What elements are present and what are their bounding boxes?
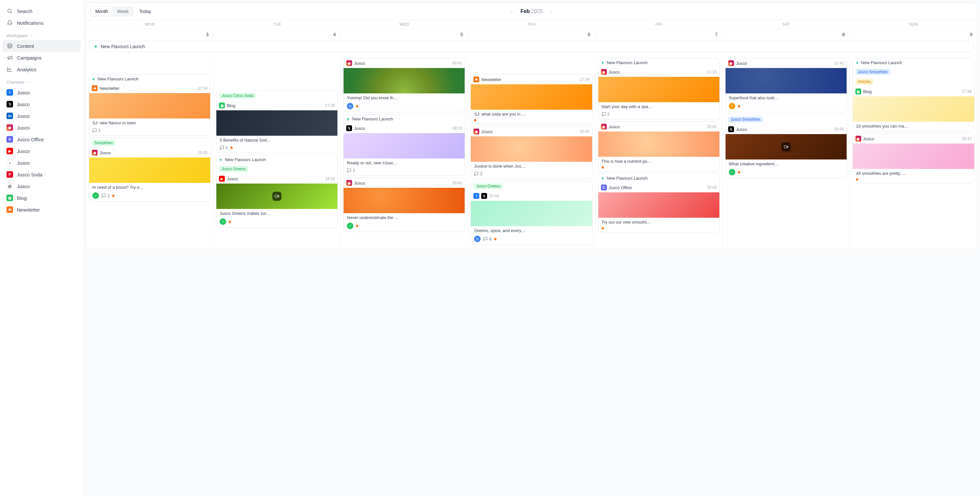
- channel-li[interactable]: in Jusco: [3, 110, 81, 122]
- status-dot: [356, 105, 358, 107]
- day-column-tue: Jusco Citrus Soda▤Blog17:345 Benefits of…: [213, 54, 340, 249]
- doc-icon: ▤: [6, 195, 13, 201]
- status-dot: [738, 105, 740, 107]
- post-card[interactable]: Jusco Greensf𝕏20:44Greens, spice, and ev…: [471, 181, 592, 245]
- post-card[interactable]: New Flavours LaunchGJusco Office20:43Try…: [598, 174, 720, 232]
- channel-tk[interactable]: ♪ Jusco: [3, 157, 81, 169]
- post-time: 12:42: [834, 61, 844, 65]
- channel-yt[interactable]: ▶ Jusco: [3, 145, 81, 157]
- post-card[interactable]: New Flavours Launch𝕏Jusco09:15Ready or n…: [343, 114, 465, 176]
- channel-doc[interactable]: ▤ Blog: [3, 192, 81, 204]
- today-button[interactable]: Today: [139, 9, 151, 14]
- post-card[interactable]: Jusco Citrus Soda▤Blog17:345 Benefits of…: [216, 91, 338, 153]
- post-time: 17:34: [325, 103, 335, 108]
- prev-month-icon[interactable]: ←: [510, 9, 515, 14]
- date-cell[interactable]: 6: [468, 29, 595, 39]
- nl-icon: ✉: [92, 85, 98, 91]
- th-icon: @: [6, 183, 13, 190]
- post-caption: This is how a nutrient po…: [598, 157, 719, 166]
- post-time: 20:42: [962, 136, 972, 141]
- campaign-banner[interactable]: New Flavours Launch: [89, 41, 974, 52]
- post-card[interactable]: ✉Newsletter17:34SJ: what soda are you in…: [471, 74, 592, 124]
- status-badge: ◷: [347, 103, 353, 109]
- post-caption: Start your day with a spa…: [598, 102, 719, 112]
- tag-pill: Jusco Citrus Soda: [219, 93, 256, 99]
- channel-fb[interactable]: f Jusco: [3, 86, 81, 98]
- comment-count: 1: [220, 145, 228, 150]
- post-time: 20:42: [707, 124, 717, 129]
- channel-th[interactable]: @ Jusco: [3, 180, 81, 192]
- post-card[interactable]: Smoothies◉Jusco20:41In need of a boost? …: [89, 138, 210, 202]
- view-segment: Month Week: [90, 6, 134, 17]
- post-thumbnail: [344, 68, 465, 93]
- workspace-section[interactable]: Workspace: [3, 29, 81, 40]
- status-dot: [856, 179, 858, 181]
- tag-pill: Jusco Greens: [219, 166, 248, 172]
- post-card[interactable]: ◉Jusco00:41Yummy! Did you know th…◷: [343, 58, 465, 112]
- post-card[interactable]: New Flavours Launch✉Newsletter17:34SJ: n…: [89, 74, 210, 136]
- date-cell[interactable]: 4: [213, 29, 340, 39]
- day-column-wed: ◉Jusco00:41Yummy! Did you know th…◷New F…: [340, 54, 468, 249]
- channel-g[interactable]: G Jusco Office: [3, 134, 81, 145]
- comment-count: 6: [483, 237, 491, 241]
- pin-icon: P: [6, 171, 13, 178]
- view-month[interactable]: Month: [91, 7, 113, 16]
- bolt-icon: [94, 44, 98, 49]
- notifications-item[interactable]: Notifications: [3, 17, 81, 29]
- x-icon: 𝕏: [728, 126, 734, 132]
- search-item[interactable]: Search: [3, 5, 81, 17]
- comment-count: 2: [102, 193, 110, 198]
- post-card[interactable]: ◉Jusco20:41Never underestimate the …✓: [343, 178, 465, 232]
- date-cell[interactable]: 9: [850, 29, 977, 39]
- post-caption: In need of a boost? Try o…: [89, 183, 210, 192]
- post-caption: Superfood that also look…: [725, 93, 846, 103]
- post-thumbnail: [471, 136, 592, 162]
- tag-pill: Jusco Greens: [473, 183, 503, 189]
- date-cell[interactable]: 7: [595, 29, 723, 39]
- month-nav: ← Feb 2025 →: [510, 8, 554, 14]
- comment-count: 2: [92, 128, 100, 133]
- post-card[interactable]: ◉Jusco20:42Justice is done when Jus… 2: [471, 126, 592, 179]
- channel-x[interactable]: 𝕏 Jusco: [3, 98, 81, 110]
- g-icon: G: [601, 185, 607, 190]
- post-card[interactable]: New Flavours LaunchJusco SmoothiesArticl…: [853, 58, 974, 131]
- status-badge: ✓: [347, 223, 353, 229]
- date-cell[interactable]: 8: [723, 29, 850, 39]
- chevron-up-icon: [26, 80, 30, 84]
- fb-icon: f: [473, 193, 479, 199]
- nav-content[interactable]: Content: [3, 40, 81, 52]
- nav-campaigns[interactable]: Campaigns: [3, 52, 81, 64]
- post-card[interactable]: ◉Jusco12:42Superfood that also look…!: [725, 58, 847, 112]
- comment-count: 2: [347, 168, 355, 173]
- post-card[interactable]: ◉Jusco20:42This is how a nutrient po…: [598, 121, 720, 172]
- channel-pin[interactable]: P Jusco Soda: [3, 169, 81, 180]
- ig-icon: ◉: [728, 60, 734, 66]
- view-week[interactable]: Week: [113, 7, 134, 16]
- date-cell[interactable]: 3: [86, 29, 213, 39]
- video-icon: [272, 192, 282, 201]
- post-caption: All smoothies are pretty. …: [853, 169, 974, 179]
- nl-icon: ✉: [473, 77, 479, 82]
- day-column-fri: New Flavours Launch◉Jusco11:15Start your…: [595, 54, 723, 249]
- x-icon: 𝕏: [346, 125, 352, 131]
- yt-icon: ▶: [219, 176, 225, 182]
- x-icon: 𝕏: [481, 193, 487, 199]
- date-cell[interactable]: 5: [340, 29, 468, 39]
- post-time: 00:41: [452, 61, 462, 65]
- dow-cell: THU: [468, 20, 595, 29]
- year-label: 2025: [531, 8, 543, 14]
- post-thumbnail: [344, 133, 465, 158]
- post-card[interactable]: ◉Jusco20:42All smoothies are pretty. …: [853, 134, 974, 183]
- channel-ig[interactable]: ◉ Jusco: [3, 122, 81, 134]
- post-thumbnail: [598, 131, 719, 157]
- channels-section[interactable]: Channels: [3, 75, 81, 86]
- calendar-topbar: Month Week Today ← Feb 2025 →: [86, 3, 977, 20]
- post-card[interactable]: Jusco Smoothies𝕏Jusco20:45What creative …: [725, 114, 847, 179]
- post-card[interactable]: New Flavours LaunchJusco Greens▶Jusco18:…: [216, 155, 338, 228]
- svg-point-0: [8, 9, 11, 13]
- channel-nl[interactable]: ✉ Newsletter: [3, 204, 81, 215]
- post-thumbnail: [471, 201, 592, 226]
- nav-analytics[interactable]: Analytics: [3, 64, 81, 75]
- next-month-icon[interactable]: →: [549, 9, 553, 14]
- post-card[interactable]: New Flavours Launch◉Jusco11:15Start your…: [598, 58, 720, 120]
